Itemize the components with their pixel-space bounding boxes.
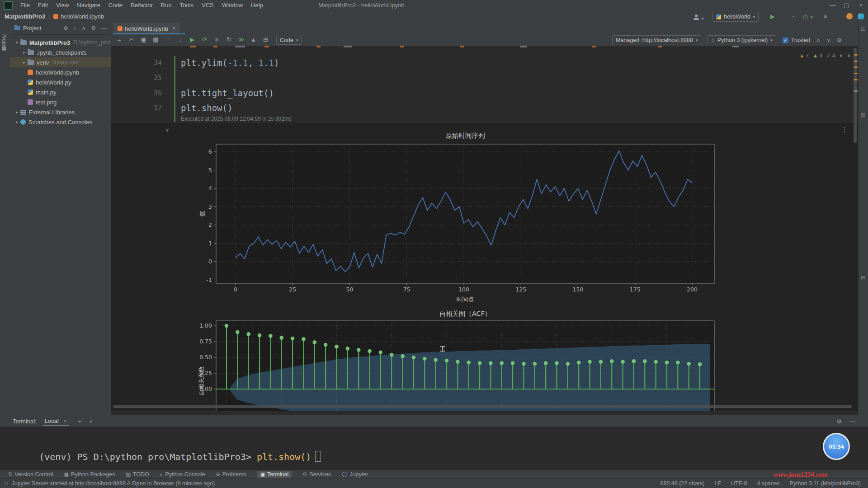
notifications-stripe-icon[interactable]: ◫ <box>861 25 865 31</box>
tree-chevron-icon[interactable]: ▸ <box>14 110 20 114</box>
menu-item[interactable]: View <box>52 0 73 11</box>
toolwindow-button[interactable]: ▤ TODO <box>126 471 149 478</box>
tree-item[interactable]: ▸ venv library root <box>10 57 111 67</box>
prev-problem-icon[interactable]: ∧ <box>839 52 843 59</box>
breadcrumb-file[interactable]: helloWorld.ipynb <box>61 13 104 20</box>
code-line[interactable]: 34plt.ylim(-1.1, 1.1) <box>111 55 744 70</box>
tree-item[interactable]: main.py <box>10 87 111 97</box>
minimize-button[interactable]: — <box>825 0 840 11</box>
code-line[interactable]: 36plt.tight_layout() <box>111 85 744 101</box>
output-menu-icon[interactable]: ⋮ <box>841 126 848 134</box>
sciview-stripe-icon[interactable]: ▥ <box>861 112 865 118</box>
tree-item[interactable]: ▾ MatplotlibPro3 D:\python_pro\Ma <box>10 38 111 47</box>
status-event-icon[interactable]: □ <box>5 481 8 486</box>
toolwindow-button[interactable]: ⚙ Services <box>302 471 331 478</box>
tree-item[interactable]: test.png <box>10 97 111 107</box>
notebook-settings-icon[interactable]: ⚙ <box>837 37 842 43</box>
editor-tab[interactable]: helloWorld.ipynb × <box>113 23 180 34</box>
menu-item[interactable]: Edit <box>34 0 52 11</box>
status-message[interactable]: Jupyter Server started at http://localho… <box>12 480 215 487</box>
jupyter-server-select[interactable]: Managed: http://localhost:8888 ▾ <box>612 35 702 45</box>
run-all-icon[interactable]: ⟳ <box>198 36 211 44</box>
cell-type-select[interactable]: Code ▾ <box>276 36 302 45</box>
maximize-button[interactable]: ▢ <box>839 0 854 11</box>
menu-item[interactable]: Code <box>104 0 127 11</box>
menu-item[interactable]: File <box>16 0 34 11</box>
menu-item[interactable]: Refactor <box>127 0 157 11</box>
prev-cell-icon[interactable]: ∧ <box>816 37 821 43</box>
project-stripe-label[interactable]: Project <box>1 33 7 50</box>
code-cell[interactable]: 34plt.ylim(-1.1, 1.1)3536plt.tight_layou… <box>111 55 744 116</box>
menu-item[interactable]: VCS <box>198 0 218 11</box>
status-segment[interactable]: 4 spaces <box>757 480 779 487</box>
toolwindow-button[interactable]: ⊖ Problems <box>216 471 246 478</box>
panel-settings-icon[interactable]: ⚙ <box>91 25 96 31</box>
delete-cell-icon[interactable]: ⊟ <box>259 36 272 44</box>
close-terminal-tab-icon[interactable]: × <box>63 418 67 424</box>
kernel-select[interactable]: ○ Python 3 (ipykernel) ▾ <box>708 35 776 45</box>
close-tab-icon[interactable]: × <box>172 25 175 32</box>
user-avatar-icon[interactable]: ▾ <box>693 14 704 22</box>
toolwindow-button[interactable]: ▦ Python Packages <box>64 471 115 478</box>
app-logo-icon[interactable] <box>4 1 13 10</box>
tree-item[interactable]: helloWorld.ipynb <box>10 67 111 77</box>
vertical-scrollbar[interactable] <box>854 48 857 143</box>
stop-icon[interactable]: ■ <box>211 36 223 44</box>
hide-panel-icon[interactable]: — <box>101 25 107 31</box>
next-problem-icon[interactable]: ∨ <box>847 52 851 59</box>
run-button[interactable]: ▶ <box>770 13 775 20</box>
coverage-button[interactable]: ◔ <box>791 13 795 20</box>
terminal-settings-icon[interactable]: ⚙ <box>836 418 842 425</box>
collapse-all-icon[interactable]: ∧ <box>81 25 85 31</box>
cut-icon[interactable]: ✂ <box>125 36 137 44</box>
code-line[interactable]: 35 <box>111 70 744 86</box>
toolwindow-button[interactable]: ◯ Jupyter <box>342 471 368 478</box>
code-line[interactable]: 37plt.show() <box>111 101 744 116</box>
project-panel-title[interactable]: Project <box>23 25 41 32</box>
menu-item[interactable]: Navigate <box>73 0 104 11</box>
status-segment[interactable]: Python 3.11 (MatplotlibPro3) <box>790 480 861 487</box>
new-terminal-icon[interactable]: ＋ <box>77 417 83 425</box>
tree-item[interactable]: ▸ External Libraries <box>10 107 111 117</box>
tree-chevron-icon[interactable]: ▸ <box>21 50 28 55</box>
code-with-me-icon[interactable] <box>858 14 864 19</box>
terminal-output[interactable]: (venv) PS D:\python_pro\MatplotlibPro3> … <box>0 427 868 470</box>
toolwindow-button[interactable]: ⇅ Version Control <box>8 471 53 478</box>
status-segment[interactable]: 680:48 (22 chars) <box>660 480 704 487</box>
restart-kernel-icon[interactable]: ↻ <box>223 36 235 44</box>
tree-item[interactable]: ▸ .ipynb_checkpoints <box>10 47 111 57</box>
toolwindow-button[interactable]: ▣ Terminal <box>257 471 292 478</box>
inspections-widget[interactable]: ▲ 7 ▲ 3 ✓ 4 ∧ ∨ <box>799 52 851 59</box>
locate-file-icon[interactable]: ⊕ <box>63 25 68 31</box>
menu-item[interactable]: Help <box>247 0 267 11</box>
expand-all-icon[interactable]: ↕ <box>73 25 76 31</box>
tree-item[interactable]: helloWorld.py <box>10 77 111 87</box>
collapse-output-icon[interactable]: ∨ <box>165 127 169 133</box>
stop-button[interactable]: ■ <box>824 13 827 20</box>
variables-stripe-icon[interactable]: ▤ <box>861 275 865 281</box>
trusted-checkbox[interactable]: ✓ Trusted <box>783 37 810 43</box>
run-cell-icon[interactable]: ▶ <box>186 36 198 44</box>
terminal-dropdown-icon[interactable]: ∨ <box>89 419 92 424</box>
status-segment[interactable]: UTF-8 <box>731 480 747 487</box>
profiler-button[interactable]: ◴▾ <box>803 13 813 20</box>
tree-chevron-icon[interactable]: ▸ <box>21 60 28 65</box>
add-cell-icon[interactable]: ＋ <box>113 36 125 44</box>
horizontal-scrollbar[interactable] <box>113 405 852 408</box>
close-button[interactable]: × <box>854 0 867 11</box>
tree-chevron-icon[interactable]: ▸ <box>14 120 20 124</box>
run-configuration-select[interactable]: helloWorld ▾ <box>712 12 759 22</box>
toolwindow-button[interactable]: ◐ Python Console <box>160 471 205 478</box>
next-cell-icon[interactable]: ∨ <box>826 37 830 43</box>
run-all-below-icon[interactable]: ≫ <box>235 36 247 44</box>
status-segment[interactable]: LF <box>714 480 721 487</box>
move-up-icon[interactable]: ↑ <box>162 36 174 44</box>
breadcrumb-project[interactable]: MatplotlibPro3 <box>5 13 45 20</box>
error-stripe-mark[interactable] <box>854 54 858 56</box>
copy-icon[interactable]: ▣ <box>137 36 150 44</box>
menu-item[interactable]: Window <box>218 0 247 11</box>
profile-badge-icon[interactable] <box>846 13 853 19</box>
tree-item[interactable]: ▸ Scratches and Consoles <box>10 117 111 127</box>
terminal-tab[interactable]: Local × <box>43 417 69 426</box>
move-down-icon[interactable]: ↓ <box>174 36 186 44</box>
